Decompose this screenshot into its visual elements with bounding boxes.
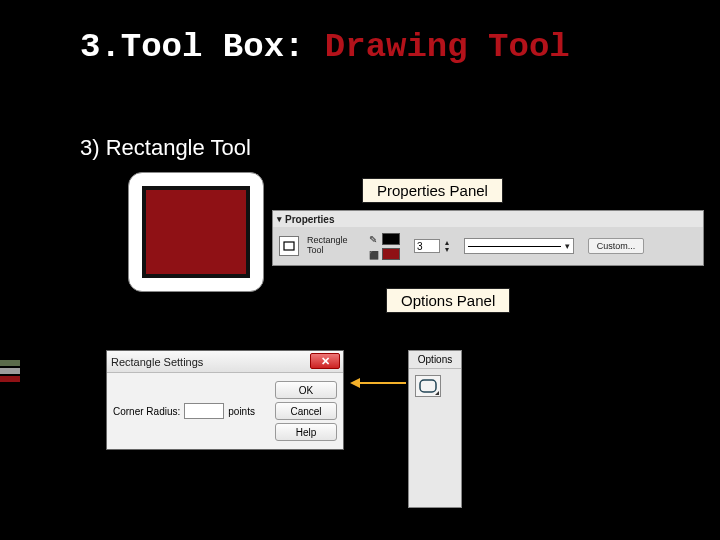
- pencil-icon: [369, 234, 379, 244]
- corner-radius-unit: points: [228, 406, 255, 417]
- ok-button[interactable]: OK: [275, 381, 337, 399]
- svg-rect-1: [420, 380, 436, 392]
- corner-radius-label: Corner Radius:: [113, 406, 180, 417]
- properties-panel-body: Rectangle Tool ▴▾ Solid ▾ Custom...: [273, 227, 703, 265]
- dialog-titlebar[interactable]: Rectangle Settings ✕: [107, 351, 343, 373]
- title-prefix: 3.Tool Box:: [80, 28, 325, 66]
- properties-header-text: Properties: [285, 214, 334, 225]
- rectangle-settings-dialog: Rectangle Settings ✕ Corner Radius: poin…: [106, 350, 344, 450]
- close-icon: ✕: [321, 356, 330, 367]
- rectangle-shape: [142, 186, 250, 278]
- stroke-thickness-input[interactable]: [414, 239, 440, 253]
- cancel-button[interactable]: Cancel: [275, 402, 337, 420]
- dialog-close-button[interactable]: ✕: [310, 353, 340, 369]
- stroke-style-dropdown[interactable]: Solid ▾: [464, 238, 574, 254]
- title-suffix: Drawing Tool: [325, 28, 570, 66]
- page-title: 3.Tool Box: Drawing Tool: [80, 28, 570, 66]
- custom-stroke-button[interactable]: Custom...: [588, 238, 644, 254]
- svg-rect-0: [284, 242, 294, 250]
- help-button[interactable]: Help: [275, 423, 337, 441]
- stroke-color-swatch[interactable]: [382, 233, 400, 245]
- arrow-annotation: [350, 378, 406, 388]
- section-subtitle: 3) Rectangle Tool: [80, 135, 251, 161]
- properties-panel-header[interactable]: ▾ Properties: [273, 211, 703, 227]
- dialog-title: Rectangle Settings: [111, 356, 203, 368]
- options-panel-label: Options Panel: [386, 288, 510, 313]
- chevron-down-icon: ▾: [565, 241, 570, 251]
- properties-panel: ▾ Properties Rectangle Tool ▴▾ Solid: [272, 210, 704, 266]
- submenu-indicator-icon: [435, 391, 439, 395]
- stroke-thickness-field: ▴▾: [414, 239, 452, 253]
- thickness-stepper[interactable]: ▴▾: [442, 239, 452, 253]
- paint-bucket-icon: [369, 249, 379, 259]
- color-swatch-group: [369, 233, 400, 260]
- round-rectangle-option-button[interactable]: [415, 375, 441, 397]
- options-panel: Options: [408, 350, 462, 508]
- corner-radius-input[interactable]: [184, 403, 224, 419]
- tool-name-label: Rectangle Tool: [307, 236, 353, 256]
- rectangle-tool-preview: [128, 172, 264, 292]
- stroke-style-preview-icon: [468, 246, 561, 247]
- properties-panel-label: Properties Panel: [362, 178, 503, 203]
- fill-color-swatch[interactable]: [382, 248, 400, 260]
- options-panel-header: Options: [409, 351, 461, 369]
- tool-type-dropdown[interactable]: [279, 236, 299, 256]
- slide-accent-bars: [0, 360, 20, 384]
- collapse-triangle-icon: ▾: [277, 214, 282, 224]
